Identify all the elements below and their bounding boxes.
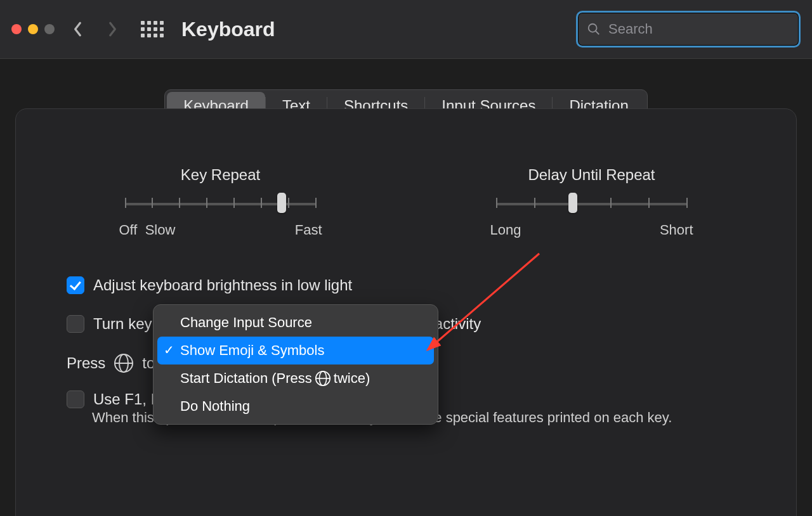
key-repeat-slider[interactable] bbox=[126, 195, 316, 210]
fkeys-checkbox[interactable] bbox=[67, 390, 84, 408]
window-title: Keyboard bbox=[181, 18, 275, 41]
show-all-prefs-button[interactable] bbox=[141, 21, 164, 37]
chevron-right-icon bbox=[107, 21, 118, 37]
search-icon bbox=[587, 22, 601, 36]
search-field[interactable] bbox=[576, 11, 801, 48]
brightness-row: Adjust keyboard brightness in low light bbox=[67, 276, 739, 294]
key-repeat-label: Key Repeat bbox=[181, 166, 260, 184]
menu-item-show-emoji[interactable]: ✓ Show Emoji & Symbols bbox=[157, 337, 434, 364]
titlebar: Keyboard bbox=[0, 0, 812, 59]
keyboard-tab-panel: Key Repeat Off Slow Fast Delay Until Rep… bbox=[15, 108, 797, 516]
key-repeat-bounds: Off Slow Fast bbox=[119, 222, 322, 238]
menu-item-do-nothing[interactable]: Do Nothing bbox=[157, 392, 434, 420]
chevron-left-icon bbox=[72, 21, 84, 37]
svg-line-1 bbox=[596, 31, 599, 35]
minimize-window-button[interactable] bbox=[28, 24, 38, 34]
checkmark-icon: ✓ bbox=[164, 342, 174, 358]
window-controls bbox=[11, 24, 55, 34]
backlight-checkbox[interactable] bbox=[67, 315, 84, 333]
close-window-button[interactable] bbox=[11, 24, 22, 34]
key-repeat-block: Key Repeat Off Slow Fast bbox=[107, 166, 335, 238]
delay-repeat-label: Delay Until Repeat bbox=[528, 166, 655, 184]
svg-point-0 bbox=[589, 24, 597, 32]
content: Keyboard Text Shortcuts Input Sources Di… bbox=[0, 59, 812, 516]
globe-action-menu[interactable]: Change Input Source ✓ Show Emoji & Symbo… bbox=[153, 304, 438, 425]
globe-icon bbox=[315, 371, 331, 386]
sliders-row: Key Repeat Off Slow Fast Delay Until Rep… bbox=[54, 166, 758, 238]
preferences-window: Keyboard Keyboard Text Shortcuts Input S… bbox=[0, 0, 812, 516]
delay-repeat-bounds: Long Short bbox=[490, 222, 693, 238]
delay-repeat-slider[interactable] bbox=[497, 195, 687, 210]
delay-repeat-block: Delay Until Repeat Long Short bbox=[478, 166, 706, 238]
back-button[interactable] bbox=[67, 18, 89, 40]
menu-item-start-dictation[interactable]: Start Dictation (Press twice) bbox=[157, 364, 434, 392]
brightness-checkbox[interactable] bbox=[67, 276, 84, 294]
brightness-label: Adjust keyboard brightness in low light bbox=[93, 276, 352, 294]
globe-icon bbox=[114, 354, 133, 373]
zoom-window-button[interactable] bbox=[44, 24, 55, 34]
forward-button[interactable] bbox=[102, 18, 123, 40]
search-input[interactable] bbox=[607, 20, 790, 38]
menu-item-change-input-source[interactable]: Change Input Source bbox=[157, 309, 434, 337]
